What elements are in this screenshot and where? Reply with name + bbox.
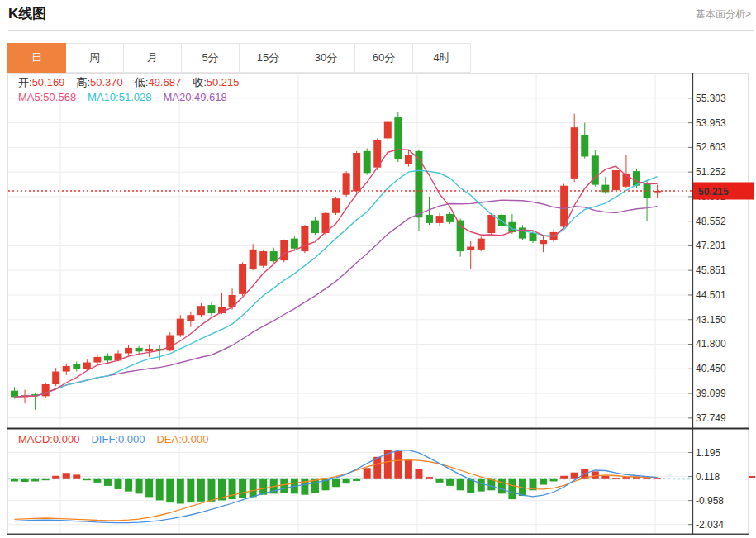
macd-bar: [93, 479, 101, 483]
candle: [11, 391, 18, 398]
candle: [467, 247, 474, 250]
macd-bar: [73, 474, 80, 478]
macd-bar: [622, 477, 630, 479]
candle: [364, 151, 371, 173]
price-axis-label: 41.800: [696, 338, 726, 350]
candle: [187, 315, 194, 321]
candle: [384, 122, 392, 139]
ma-legend: MA5:50.568MA10:51.028MA20:49.618: [18, 91, 239, 103]
macd-bar: [52, 476, 59, 479]
candle: [436, 216, 444, 223]
candle: [540, 240, 547, 244]
candle: [145, 349, 153, 351]
current-price-label: 50.215: [698, 186, 729, 198]
macd-axis-label: 0.118: [696, 471, 720, 483]
price-axis-label: 48.552: [696, 216, 726, 227]
macd-bar: [446, 479, 454, 486]
candle: [104, 356, 112, 361]
macd-axis-label: -2.034: [696, 519, 724, 531]
ma-item: MA10:51.028: [88, 91, 151, 103]
price-axis-label: 45.851: [696, 264, 726, 276]
macd-bar: [156, 479, 164, 501]
ohlc-legend: 开:50.169高:50.370低:49.687收:50.215: [18, 75, 251, 90]
macd-axis-label: 1.195: [696, 447, 720, 459]
macd-bar: [63, 473, 70, 479]
macd-bar: [197, 479, 205, 502]
macd-bar: [415, 469, 422, 479]
ohlc-item: 收:50.215: [193, 76, 239, 88]
ma-item: MA5:50.568: [18, 91, 76, 103]
candle: [63, 366, 70, 372]
macd-bar: [654, 478, 661, 478]
candle: [530, 233, 537, 241]
price-axis-label: 40.450: [696, 363, 726, 374]
macd-bar: [332, 479, 340, 487]
macd-bar: [42, 479, 50, 480]
candle: [93, 357, 101, 363]
macd-bar: [364, 468, 371, 479]
candle: [311, 221, 319, 233]
macd-bar: [353, 479, 360, 481]
candle: [446, 214, 454, 222]
candle: [177, 319, 184, 336]
macd-bar: [166, 479, 174, 502]
macd-bar: [540, 479, 547, 485]
ohlc-item: 高:50.370: [76, 76, 122, 88]
candle: [394, 117, 402, 159]
candle: [259, 251, 267, 266]
macd-bar: [343, 479, 350, 483]
macd-bar: [31, 479, 39, 482]
price-axis-label: 47.201: [696, 240, 726, 251]
ma20-line: [15, 200, 658, 397]
candle: [612, 170, 620, 190]
price-axis-label: 37.749: [696, 412, 726, 424]
candle: [83, 363, 91, 369]
candle: [301, 226, 308, 251]
candle: [560, 186, 568, 227]
macd-bar: [601, 476, 609, 479]
macd-bar: [239, 479, 246, 498]
macd-bar: [104, 479, 112, 486]
candle: [125, 348, 132, 354]
candle: [415, 151, 422, 217]
price-axis-label: 43.150: [696, 314, 726, 326]
candle: [332, 198, 340, 213]
macd-bar: [436, 479, 444, 483]
candle: [478, 239, 485, 250]
candle: [136, 348, 143, 351]
macd-bar: [115, 479, 122, 489]
macd-bar: [136, 479, 143, 494]
macd-bar: [373, 457, 381, 479]
macd-axis-label: -0.958: [696, 495, 724, 507]
ohlc-item: 开:50.169: [18, 76, 64, 88]
candle: [270, 251, 278, 261]
macd-bar: [280, 479, 288, 493]
candle: [239, 264, 246, 294]
ma-item: MA20:49.618: [163, 91, 226, 103]
candle: [73, 364, 80, 369]
macd-bar: [612, 478, 620, 478]
macd-bar: [21, 479, 29, 482]
price-axis-label: 51.252: [696, 166, 726, 178]
macd-bar: [426, 477, 433, 479]
macd-item: MACD:0.000: [18, 433, 79, 445]
macd-bar: [467, 479, 474, 493]
macd-bar: [177, 479, 184, 504]
macd-bar: [11, 479, 18, 482]
price-axis-label: 55.303: [696, 93, 726, 104]
ohlc-item: 低:49.687: [135, 76, 181, 88]
price-axis-label: 44.501: [696, 289, 726, 301]
macd-bar: [187, 479, 194, 502]
price-axis-label: 53.953: [696, 117, 726, 129]
macd-bar: [560, 476, 568, 479]
macd-bar: [478, 479, 485, 492]
candle: [291, 239, 298, 249]
price-axis-label: 52.603: [696, 141, 726, 153]
macd-legend: MACD:0.000DIFF:0.000DEA:0.000: [18, 433, 220, 445]
macd-bar: [83, 479, 91, 480]
price-axis-label: 39.099: [696, 388, 726, 399]
candle: [487, 215, 495, 233]
candle: [571, 127, 578, 179]
candle: [353, 153, 360, 191]
candle: [519, 227, 526, 238]
